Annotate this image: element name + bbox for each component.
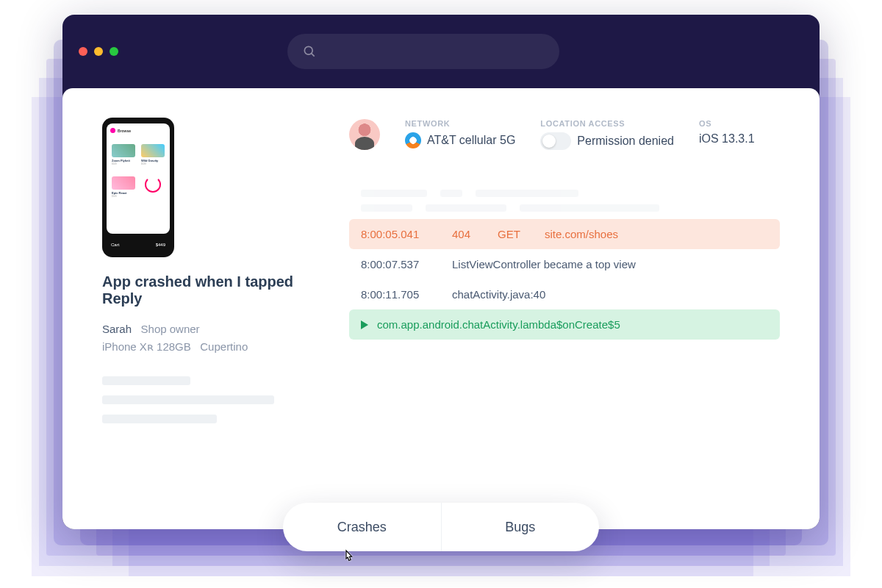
log-time: 8:00:11.705 — [361, 288, 434, 301]
svg-point-0 — [304, 46, 312, 54]
meta-os-value: iOS 13.3.1 — [699, 132, 755, 146]
avatar[interactable] — [349, 119, 380, 150]
tab-crashes[interactable]: Crashes — [283, 503, 441, 551]
carrier-icon — [405, 132, 421, 148]
log-time: 8:00:07.537 — [361, 258, 434, 270]
titlebar — [62, 15, 820, 88]
log-msg: chatActivity.java:40 — [452, 288, 768, 301]
log-row[interactable]: 8:00:07.537 ListViewController became a … — [349, 249, 780, 279]
log-row-stack[interactable]: com.app.android.chatActivity.lambda$onCr… — [349, 309, 780, 340]
search-icon — [302, 44, 317, 59]
reporter-device: iPhone Xʀ 128GB — [102, 340, 191, 353]
reporter-info: Sarah Shop owner iPhone Xʀ 128GB Cuperti… — [102, 320, 323, 356]
tab-bugs[interactable]: Bugs — [441, 503, 600, 551]
preview-footer-right: $449 — [156, 243, 165, 247]
reporter-role: Shop owner — [141, 323, 200, 335]
device-preview: Browse Zoom Flyknit$149 Wild Gravity$139… — [102, 118, 174, 257]
log-status: 404 — [452, 228, 480, 240]
meta-os: OS iOS 13.3.1 — [699, 119, 755, 146]
minimize-icon[interactable] — [94, 47, 103, 56]
log-msg: com.app.android.chatActivity.lambda$onCr… — [377, 318, 768, 331]
cursor-icon — [342, 548, 356, 570]
meta-network-label: NETWORK — [405, 119, 515, 128]
meta-location-access: LOCATION ACCESS Permission denied — [540, 119, 674, 150]
log-time: 8:00:05.041 — [361, 228, 434, 240]
search-input[interactable] — [287, 34, 559, 69]
log-row-error[interactable]: 8:00:05.041 404 GET site.com/shoes — [349, 219, 780, 249]
preview-footer-left: Cart — [111, 243, 119, 247]
view-tabs: Crashes Bugs — [283, 503, 599, 551]
device-screen: Browse Zoom Flyknit$149 Wild Gravity$139… — [107, 123, 170, 234]
bug-detail-column: Browse Zoom Flyknit$149 Wild Gravity$139… — [102, 118, 323, 500]
reporter-location: Cupertino — [200, 340, 248, 353]
meta-network-value: AT&T cellular 5G — [427, 134, 515, 147]
content-panel: Browse Zoom Flyknit$149 Wild Gravity$139… — [62, 88, 820, 529]
log-method: GET — [498, 228, 527, 240]
log-msg: site.com/shoes — [545, 228, 768, 240]
meta-network: NETWORK AT&T cellular 5G — [405, 119, 515, 148]
reporter-name: Sarah — [102, 323, 132, 335]
close-icon[interactable] — [79, 47, 87, 56]
session-column: NETWORK AT&T cellular 5G LOCATION ACCESS… — [349, 118, 780, 500]
window-controls — [79, 47, 118, 56]
play-icon — [361, 320, 368, 329]
tab-crashes-label: Crashes — [337, 520, 387, 535]
log-msg: ListViewController became a top view — [452, 258, 768, 270]
meta-location-label: LOCATION ACCESS — [540, 119, 674, 128]
placeholder-lines — [102, 376, 323, 423]
zoom-icon[interactable] — [110, 47, 118, 56]
meta-location-value: Permission denied — [577, 135, 674, 148]
location-toggle[interactable] — [540, 132, 571, 150]
loading-spinner-icon — [145, 176, 161, 193]
bug-title: App crashed when I tapped Reply — [102, 273, 323, 307]
meta-os-label: OS — [699, 119, 755, 128]
app-window: Browse Zoom Flyknit$149 Wild Gravity$139… — [62, 15, 820, 529]
tab-bugs-label: Bugs — [505, 520, 535, 535]
preview-screen-title: Browse — [118, 129, 131, 133]
log-list: 8:00:05.041 404 GET site.com/shoes 8:00:… — [349, 190, 780, 340]
log-row[interactable]: 8:00:11.705 chatActivity.java:40 — [349, 279, 780, 309]
svg-line-1 — [312, 54, 315, 57]
